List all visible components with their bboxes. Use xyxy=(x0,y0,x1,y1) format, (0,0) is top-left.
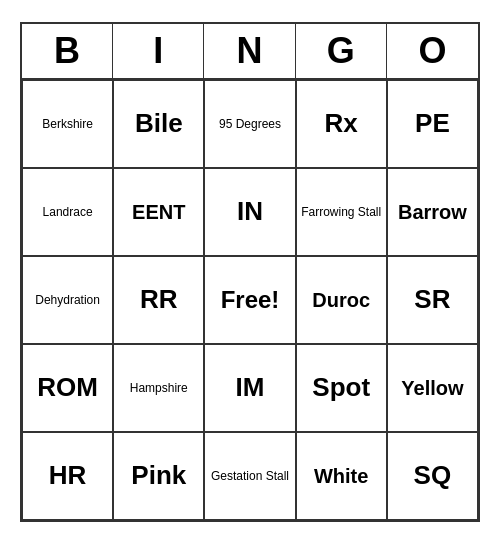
header-letter-n: N xyxy=(204,24,295,78)
bingo-card: BINGO BerkshireBile95 DegreesRxPELandrac… xyxy=(20,22,480,522)
bingo-cell-23: White xyxy=(296,432,387,520)
bingo-cell-9: Barrow xyxy=(387,168,478,256)
bingo-cell-6: EENT xyxy=(113,168,204,256)
bingo-cell-13: Duroc xyxy=(296,256,387,344)
bingo-grid: BerkshireBile95 DegreesRxPELandraceEENTI… xyxy=(22,80,478,520)
bingo-cell-11: RR xyxy=(113,256,204,344)
bingo-cell-18: Spot xyxy=(296,344,387,432)
bingo-cell-12: Free! xyxy=(204,256,295,344)
bingo-cell-16: Hampshire xyxy=(113,344,204,432)
bingo-cell-4: PE xyxy=(387,80,478,168)
bingo-cell-15: ROM xyxy=(22,344,113,432)
bingo-cell-14: SR xyxy=(387,256,478,344)
bingo-cell-19: Yellow xyxy=(387,344,478,432)
bingo-cell-1: Bile xyxy=(113,80,204,168)
bingo-cell-10: Dehydration xyxy=(22,256,113,344)
header-letter-i: I xyxy=(113,24,204,78)
bingo-cell-0: Berkshire xyxy=(22,80,113,168)
bingo-cell-21: Pink xyxy=(113,432,204,520)
bingo-cell-5: Landrace xyxy=(22,168,113,256)
bingo-cell-3: Rx xyxy=(296,80,387,168)
header-letter-o: O xyxy=(387,24,478,78)
bingo-cell-17: IM xyxy=(204,344,295,432)
bingo-cell-2: 95 Degrees xyxy=(204,80,295,168)
header-letter-g: G xyxy=(296,24,387,78)
header-letter-b: B xyxy=(22,24,113,78)
bingo-header: BINGO xyxy=(22,24,478,80)
bingo-cell-22: Gestation Stall xyxy=(204,432,295,520)
bingo-cell-8: Farrowing Stall xyxy=(296,168,387,256)
bingo-cell-7: IN xyxy=(204,168,295,256)
bingo-cell-20: HR xyxy=(22,432,113,520)
bingo-cell-24: SQ xyxy=(387,432,478,520)
